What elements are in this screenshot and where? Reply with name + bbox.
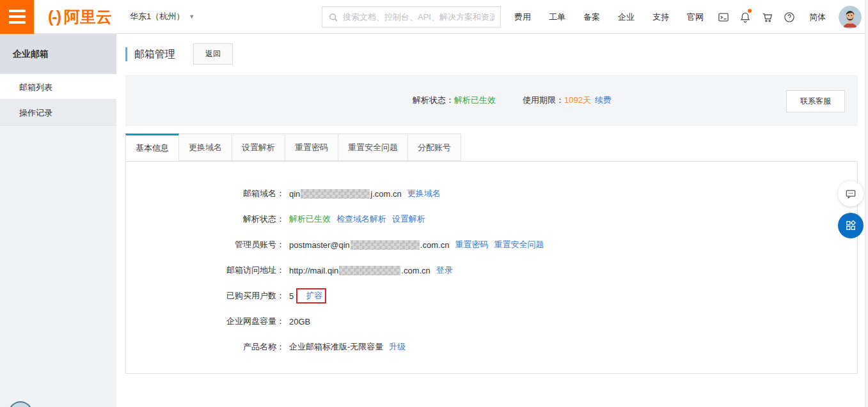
row-resolution-status: 解析状态： 解析已生效 检查域名解析 设置解析	[126, 206, 857, 232]
nav-link-icp[interactable]: 备案	[574, 12, 609, 23]
tab-bar: 基本信息 更换域名 设置解析 重置密码 重置安全问题 分配账号	[125, 134, 858, 161]
quick-apps-button[interactable]	[838, 213, 864, 238]
page-header: 邮箱管理 返回	[116, 34, 868, 73]
tab-reset-security-question[interactable]: 重置安全问题	[338, 134, 408, 161]
chevron-down-icon: ▼	[189, 13, 194, 20]
change-domain-link[interactable]: 更换域名	[407, 188, 441, 199]
row-purchased-users: 已购买用户数： 5 扩容	[126, 283, 857, 309]
purchased-users-value: 5	[289, 291, 294, 301]
reset-security-question-link[interactable]: 重置安全问题	[494, 239, 544, 250]
usage-period-label: 使用期限：	[523, 95, 564, 106]
tab-change-domain[interactable]: 更换域名	[179, 134, 232, 161]
set-resolution-link[interactable]: 设置解析	[392, 213, 425, 225]
chat-bubble-icon	[844, 187, 857, 200]
row-admin-account: 管理员账号： postmaster@qin .com.cn 重置密码 重置安全问…	[126, 232, 857, 257]
login-link[interactable]: 登录	[436, 265, 453, 276]
hamburger-menu-icon[interactable]	[0, 0, 34, 34]
top-navbar: (-) 阿里云 华东1（杭州） ▼ 费用 工单 备案 企业 支持 官网	[0, 0, 868, 34]
nav-link-website[interactable]: 官网	[678, 12, 713, 23]
netdisk-capacity-value: 20GB	[289, 317, 310, 326]
tab-reset-password[interactable]: 重置密码	[285, 134, 338, 161]
renew-link[interactable]: 续费	[595, 95, 612, 106]
expand-highlight-box: 扩容	[296, 288, 326, 303]
redacted-domain	[301, 189, 370, 199]
search-icon	[328, 12, 338, 22]
apps-grid-icon	[844, 219, 857, 232]
check-domain-resolution-link[interactable]: 检查域名解析	[336, 213, 386, 225]
mail-domain-suffix: j.com.cn	[370, 189, 401, 199]
netdisk-capacity-label: 企业网盘容量：	[126, 316, 285, 327]
aliyun-logo[interactable]: (-) 阿里云	[48, 6, 112, 27]
admin-account-label: 管理员账号：	[126, 239, 285, 250]
main-content: 邮箱管理 返回 解析状态： 解析已生效 使用期限： 1092天 续费 联系客服 …	[116, 34, 868, 407]
sidebar-item-mailbox-list[interactable]: 邮箱列表	[0, 73, 116, 100]
row-mail-domain: 邮箱域名： qin j.com.cn 更换域名	[126, 181, 857, 206]
resolution-status-value: 解析已生效	[454, 95, 496, 106]
redacted-admin-domain	[351, 240, 420, 250]
tab-set-resolution[interactable]: 设置解析	[232, 134, 285, 161]
status-summary: 解析状态： 解析已生效 使用期限： 1092天 续费	[413, 95, 612, 106]
row-netdisk-capacity: 企业网盘容量： 20GB	[126, 309, 857, 334]
help-icon[interactable]	[778, 0, 800, 34]
resolution-label: 解析状态：	[126, 213, 285, 225]
page-title: 邮箱管理	[125, 47, 175, 61]
feedback-chat-button[interactable]	[838, 181, 864, 206]
tab-assign-accounts[interactable]: 分配账号	[408, 134, 461, 161]
tab-basic-info[interactable]: 基本信息	[125, 134, 179, 161]
resolution-status-label: 解析状态：	[413, 95, 454, 106]
upgrade-link[interactable]: 升级	[389, 341, 406, 353]
terminal-icon[interactable]	[713, 0, 734, 34]
region-selector[interactable]: 华东1（杭州） ▼	[130, 11, 194, 22]
search-input[interactable]	[343, 12, 494, 22]
resolution-value: 解析已生效	[289, 213, 331, 225]
bell-icon[interactable]	[734, 0, 756, 34]
nav-link-enterprise[interactable]: 企业	[609, 12, 643, 23]
region-label: 华东1（杭州）	[130, 11, 184, 22]
nav-link-billing[interactable]: 费用	[505, 12, 540, 23]
language-selector[interactable]: 简体	[800, 12, 835, 23]
webmail-url-label: 邮箱访问地址：	[126, 265, 285, 276]
navbar-right: 费用 工单 备案 企业 支持 官网	[505, 0, 868, 34]
status-panel: 解析状态： 解析已生效 使用期限： 1092天 续费 联系客服	[125, 75, 858, 126]
usage-period-value: 1092天	[564, 95, 591, 106]
mail-domain-prefix: qin	[289, 189, 300, 199]
sidebar-title: 企业邮箱	[0, 34, 116, 73]
redacted-url-domain	[339, 266, 400, 275]
webmail-url-suffix: .com.cn	[401, 266, 430, 275]
webmail-url-prefix: http://mail.qin	[289, 266, 338, 275]
scrollbar-track[interactable]	[865, 0, 868, 407]
row-product-name: 产品名称： 企业邮箱标准版-无限容量 升级	[126, 334, 857, 360]
back-button[interactable]: 返回	[193, 43, 233, 65]
reset-password-link[interactable]: 重置密码	[455, 239, 488, 250]
nav-link-tickets[interactable]: 工单	[540, 12, 574, 23]
notification-dot	[748, 9, 752, 13]
contact-support-button[interactable]: 联系客服	[786, 90, 845, 112]
row-webmail-url: 邮箱访问地址： http://mail.qin .com.cn 登录	[126, 257, 857, 283]
aliyun-logo-text: 阿里云	[64, 6, 112, 27]
avatar[interactable]	[839, 6, 862, 29]
cart-icon[interactable]	[757, 0, 778, 34]
sidebar: 企业邮箱 邮箱列表 操作记录	[0, 34, 116, 407]
sidebar-item-operation-log[interactable]: 操作记录	[0, 100, 116, 126]
expand-capacity-link[interactable]: 扩容	[306, 291, 322, 300]
product-name-label: 产品名称：	[126, 341, 285, 353]
mail-domain-label: 邮箱域名：	[126, 188, 285, 199]
admin-account-prefix: postmaster@qin	[289, 240, 350, 250]
product-name-value: 企业邮箱标准版-无限容量	[289, 341, 383, 353]
nav-link-support[interactable]: 支持	[643, 12, 678, 23]
basic-info-panel: 邮箱域名： qin j.com.cn 更换域名 解析状态： 解析已生效 检查域名…	[125, 161, 858, 374]
purchased-users-label: 已购买用户数：	[126, 290, 285, 302]
admin-account-suffix: .com.cn	[420, 240, 450, 250]
global-search[interactable]	[322, 6, 501, 27]
aliyun-logo-mark: (-)	[48, 8, 60, 26]
